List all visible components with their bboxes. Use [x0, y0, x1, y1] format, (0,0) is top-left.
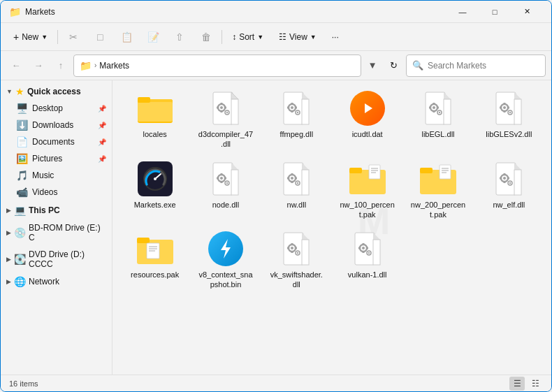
- nw-icon: [282, 161, 310, 196]
- svg-rect-29: [426, 92, 445, 124]
- address-path[interactable]: 📁 › Markets: [73, 55, 361, 77]
- sidebar-item-bdrom[interactable]: ▶ 💿 BD-ROM Drive (E:) C: [1, 220, 112, 245]
- svg-rect-70: [291, 173, 293, 175]
- copy-button[interactable]: □: [87, 26, 112, 48]
- file-item-ffmpeg[interactable]: ffmpeg.dll: [263, 86, 331, 154]
- svg-rect-61: [217, 177, 219, 179]
- new-button[interactable]: + New ▼: [6, 26, 55, 48]
- svg-marker-66: [302, 163, 309, 170]
- file-item-icudtl[interactable]: icudtl.dat: [333, 86, 401, 154]
- svg-rect-4: [138, 97, 150, 103]
- file-label-ffmpeg: ffmpeg.dll: [280, 129, 314, 139]
- sort-button[interactable]: ↕ Sort ▼: [225, 26, 270, 48]
- svg-point-44: [503, 106, 506, 109]
- libglesv2-icon: [495, 91, 523, 126]
- sidebar-item-pictures[interactable]: 🖼️ Pictures 📌: [1, 150, 112, 167]
- back-button[interactable]: ←: [6, 56, 26, 75]
- sidebar-thispc-header[interactable]: ▶ 💻 This PC: [1, 202, 112, 219]
- svg-rect-36: [429, 107, 431, 109]
- quickaccess-chevron-icon: ▼: [6, 88, 13, 95]
- file-item-nw100[interactable]: nw_100_percent.pak: [333, 157, 401, 224]
- pictures-icon: 🖼️: [16, 153, 28, 164]
- file-item-locales[interactable]: locales: [121, 86, 189, 154]
- address-dropdown-button[interactable]: ▼: [364, 56, 381, 75]
- minimize-button[interactable]: —: [446, 1, 479, 23]
- file-item-nwelf[interactable]: nw_elf.dll: [475, 157, 543, 224]
- window: 📁 Markets — □ ✕ + New ▼ ✂ □ 📋 📝 ⇧ 🗑 ↕ So…: [0, 0, 552, 392]
- sidebar-item-documents[interactable]: 📄 Documents 📌: [1, 133, 112, 150]
- new-label: New: [22, 32, 38, 42]
- pc-icon: 💻: [14, 205, 26, 216]
- file-item-v8context[interactable]: v8_context_snapshot.bin: [191, 226, 259, 294]
- paste-button[interactable]: 📋: [114, 26, 139, 48]
- file-label-node: node.dll: [212, 200, 240, 210]
- file-item-nw[interactable]: nw.dll: [263, 157, 331, 224]
- svg-rect-14: [224, 107, 226, 109]
- svg-rect-54: [213, 163, 233, 195]
- forward-button[interactable]: →: [29, 56, 48, 75]
- view-button[interactable]: ☷ View ▼: [272, 26, 324, 48]
- status-view-controls: ☰ ☷: [509, 377, 543, 391]
- svg-rect-123: [362, 251, 364, 253]
- grid-view-button[interactable]: ☷: [528, 377, 543, 391]
- new-chevron-icon: ▼: [41, 34, 48, 41]
- maximize-button[interactable]: □: [479, 1, 511, 23]
- refresh-button[interactable]: ↻: [384, 56, 403, 75]
- status-bar: 16 items ☰ ☷: [1, 375, 551, 391]
- media-icon-wrap: [349, 90, 386, 126]
- svg-point-110: [291, 247, 293, 249]
- status-count: 16 items: [9, 379, 38, 388]
- toolbar-separator-2: [221, 30, 222, 44]
- sidebar-item-network[interactable]: ▶ 🌐 Network: [1, 273, 112, 290]
- list-view-button[interactable]: ☰: [509, 377, 525, 391]
- view-label: View: [289, 32, 307, 42]
- sidebar-section-thispc: ▶ 💻 This PC: [1, 202, 112, 219]
- file-item-libglesv2[interactable]: libGLESv2.dll: [475, 86, 543, 154]
- svg-rect-77: [349, 168, 362, 173]
- file-item-vulkan[interactable]: vulkan-1.dll: [333, 226, 401, 294]
- svg-point-21: [291, 106, 293, 109]
- file-item-libegl[interactable]: libEGL.dll: [404, 86, 472, 154]
- svg-rect-114: [295, 247, 297, 249]
- svg-rect-12: [220, 110, 222, 112]
- cut-button[interactable]: ✂: [61, 26, 86, 48]
- sidebar-quickaccess-header[interactable]: ▼ ★ Quick access: [1, 83, 112, 100]
- svg-rect-88: [496, 163, 516, 195]
- file-item-d3dcompiler[interactable]: d3dcompiler_47.dll: [191, 86, 259, 154]
- more-button[interactable]: ···: [325, 26, 346, 48]
- svg-rect-8: [231, 99, 238, 124]
- file-item-marketsexe[interactable]: Markets.exe: [121, 157, 189, 224]
- up-button[interactable]: ↑: [51, 56, 71, 75]
- close-button[interactable]: ✕: [511, 1, 543, 23]
- file-item-resources[interactable]: resources.pak: [121, 226, 189, 294]
- libglesv2-icon-wrap: [491, 90, 527, 126]
- file-item-nw200[interactable]: nw_200_percent.pak: [404, 157, 472, 224]
- file-item-node[interactable]: node.dll: [191, 157, 259, 224]
- svg-rect-23: [291, 110, 293, 112]
- svg-rect-59: [220, 173, 222, 175]
- delete-button[interactable]: 🗑: [194, 26, 219, 48]
- share-button[interactable]: ⇧: [167, 26, 192, 48]
- file-grid: locales: [121, 86, 543, 294]
- sidebar-item-dvd[interactable]: ▶ 💽 DVD Drive (D:) CCCC: [1, 247, 112, 272]
- vulkan-icon: [354, 231, 382, 266]
- svg-rect-34: [433, 103, 435, 105]
- svg-rect-96: [507, 177, 509, 179]
- file-label-vkswiftshader: vk_swiftshader.dll: [268, 270, 324, 290]
- nw100-icon-wrap: [349, 161, 386, 197]
- node-icon: [212, 161, 240, 196]
- svg-marker-18: [302, 92, 309, 99]
- sidebar-item-music[interactable]: 🎵 Music: [1, 167, 112, 184]
- svg-rect-67: [302, 170, 309, 195]
- rename-button[interactable]: 📝: [140, 26, 166, 48]
- sidebar-item-downloads[interactable]: ⬇️ Downloads 📌: [1, 117, 112, 133]
- bdrom-chevron-icon: ▶: [6, 229, 11, 236]
- svg-point-98: [509, 182, 511, 183]
- sidebar-item-videos[interactable]: 📹 Videos: [1, 184, 112, 201]
- search-input[interactable]: [428, 61, 539, 71]
- svg-rect-73: [295, 177, 297, 179]
- thispc-label: This PC: [29, 205, 60, 215]
- sidebar-item-desktop[interactable]: 🖥️ Desktop 📌: [1, 100, 112, 117]
- svg-rect-45: [504, 103, 506, 105]
- file-item-vkswiftshader[interactable]: vk_swiftshader.dll: [263, 226, 331, 294]
